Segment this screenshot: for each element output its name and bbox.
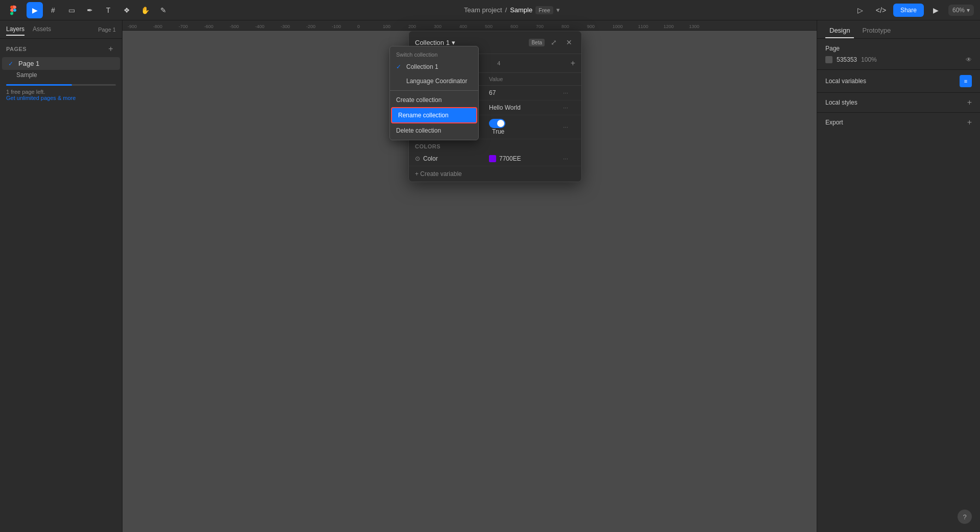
add-variable-button[interactable]: +	[571, 59, 575, 68]
create-variable-label: + Create variable	[415, 170, 462, 178]
tool-shape[interactable]: ▭	[63, 2, 80, 18]
toolbar-center: Team project / Sample Free ▾	[176, 6, 848, 14]
mode-count-label: 4	[493, 59, 504, 68]
page-color-swatch[interactable]	[825, 56, 832, 63]
right-panel-tabs: Design Prototype	[817, 20, 980, 39]
local-variables-row: Local variables ≡	[817, 70, 980, 93]
zoom-control[interactable]: 60% ▾	[948, 5, 974, 16]
zoom-level: 60%	[952, 7, 965, 14]
color-var-value[interactable]: 7700EE	[489, 155, 563, 162]
close-icon[interactable]: ✕	[563, 36, 575, 48]
free-progress-bar	[6, 84, 116, 86]
local-variables-label: Local variables	[825, 78, 866, 85]
free-badge: Free	[535, 6, 553, 14]
delete-collection-label: Delete collection	[396, 127, 441, 134]
pages-title: Pages	[6, 46, 27, 52]
code-icon[interactable]: </>	[873, 2, 889, 18]
chevron-down-icon: ▾	[452, 39, 455, 46]
tool-hand[interactable]: ✋	[137, 2, 153, 18]
team-project-label: Team project	[464, 6, 502, 14]
app-logo[interactable]	[6, 3, 20, 17]
var-options-icon[interactable]: ···	[563, 123, 575, 131]
color-var-label: Color	[423, 155, 438, 162]
var-options-icon[interactable]: ···	[563, 89, 575, 96]
chevron-down-icon[interactable]: ▾	[556, 6, 560, 14]
local-styles-row: Local styles +	[817, 93, 980, 113]
toggle-thumb	[497, 120, 504, 127]
boolean-var-value: True	[489, 119, 563, 135]
tab-assets[interactable]: Assets	[33, 23, 51, 36]
col-value-header: Value	[489, 76, 563, 82]
upgrade-link[interactable]: Get unlimited pages & more	[6, 95, 76, 101]
check-icon: ✓	[396, 63, 403, 70]
colors-section-label: Colors	[409, 139, 581, 151]
create-variable-row[interactable]: + Create variable	[409, 166, 581, 182]
file-name[interactable]: Sample	[510, 6, 532, 14]
project-info: Team project / Sample Free ▾	[464, 6, 560, 14]
tool-pen[interactable]: ✒	[82, 2, 98, 18]
panel-tabs: Layers Assets Page 1	[0, 20, 122, 39]
export-row: Export +	[817, 113, 980, 132]
color-type-icon: ⊙	[415, 155, 420, 162]
dropdown-item-create-collection[interactable]: Create collection	[390, 93, 478, 107]
left-panel: Layers Assets Page 1 Pages + ✓ Page 1 Sa…	[0, 20, 122, 532]
dropdown-item-language-coordinator[interactable]: ✓ Language Coordinator	[390, 74, 478, 88]
dropdown-item-collection1[interactable]: ✓ Collection 1	[390, 60, 478, 74]
collection1-label: Collection 1	[406, 63, 438, 70]
present-icon[interactable]: ▷	[852, 2, 869, 18]
page-section-title: Page	[825, 45, 840, 52]
beta-badge: Beta	[529, 39, 545, 46]
expand-icon[interactable]: ⤢	[548, 36, 560, 48]
share-button[interactable]: Share	[893, 4, 924, 17]
page-sample-label: Sample	[16, 71, 37, 79]
tool-text[interactable]: T	[100, 2, 116, 18]
string-var-value[interactable]: Hello World	[489, 104, 563, 111]
separator: /	[505, 6, 507, 14]
page-item-1[interactable]: ✓ Page 1	[2, 57, 120, 70]
page-1-label: Page 1	[18, 60, 39, 67]
ruler-horizontal: -1000 -900 -800 -700 -600 -500 -400 -300…	[102, 20, 817, 31]
local-variables-icon[interactable]: ≡	[960, 75, 972, 87]
create-collection-label: Create collection	[396, 96, 442, 104]
right-panel: Design Prototype Page 535353 100% 👁 Loca…	[817, 20, 980, 532]
toggle-switch[interactable]	[489, 119, 505, 128]
tool-frame[interactable]: #	[45, 2, 61, 18]
tab-prototype[interactable]: Prototype	[858, 23, 895, 38]
collection-title-button[interactable]: Collection 1 ▾	[415, 39, 529, 46]
page-section: Page 535353 100% 👁	[817, 39, 980, 70]
rename-collection-label: Rename collection	[398, 112, 449, 119]
free-pages-text: 1 free page left. Get unlimited pages & …	[6, 89, 116, 101]
var-options-icon[interactable]: ···	[563, 155, 575, 162]
page-opacity-value[interactable]: 100%	[861, 56, 877, 63]
help-button[interactable]: ?	[958, 510, 972, 524]
add-page-button[interactable]: +	[106, 44, 116, 54]
language-coordinator-label: Language Coordinator	[406, 78, 467, 85]
tab-layers[interactable]: Layers	[6, 23, 24, 36]
boolean-value-text: True	[492, 128, 504, 135]
add-export-button[interactable]: +	[967, 118, 972, 127]
color-swatch	[489, 155, 496, 162]
dropdown-divider	[390, 90, 478, 91]
tool-group: ▶ # ▭ ✒ T ❖ ✋ ✎	[27, 2, 172, 18]
tab-design[interactable]: Design	[825, 23, 854, 38]
page-tab-label[interactable]: Page 1	[98, 27, 116, 33]
ruler-marks: -1000 -900 -800 -700 -600 -500 -400 -300…	[102, 20, 817, 30]
color-var-name: ⊙ Color	[415, 155, 489, 162]
color-var-row[interactable]: ⊙ Color 7700EE ···	[409, 151, 581, 166]
dropdown-item-rename-collection[interactable]: Rename collection	[391, 107, 477, 123]
toolbar-right: ▷ </> Share ▶ 60% ▾	[852, 2, 974, 18]
tool-comment[interactable]: ✎	[155, 2, 172, 18]
number-var-value[interactable]: 67	[489, 89, 563, 96]
play-icon[interactable]: ▶	[928, 2, 944, 18]
dropdown-item-delete-collection[interactable]: Delete collection	[390, 123, 478, 138]
var-options-icon[interactable]: ···	[563, 104, 575, 111]
page-item-sample[interactable]: Sample	[2, 70, 120, 80]
add-style-button[interactable]: +	[967, 98, 972, 107]
page-color-value[interactable]: 535353	[837, 56, 857, 63]
tool-move[interactable]: ▶	[27, 2, 43, 18]
local-styles-label: Local styles	[825, 99, 857, 106]
tool-component[interactable]: ❖	[118, 2, 135, 18]
visibility-icon[interactable]: 👁	[966, 56, 972, 63]
collection-dropdown: Switch collection ✓ Collection 1 ✓ Langu…	[389, 46, 479, 140]
check-icon: ✓	[8, 60, 15, 67]
